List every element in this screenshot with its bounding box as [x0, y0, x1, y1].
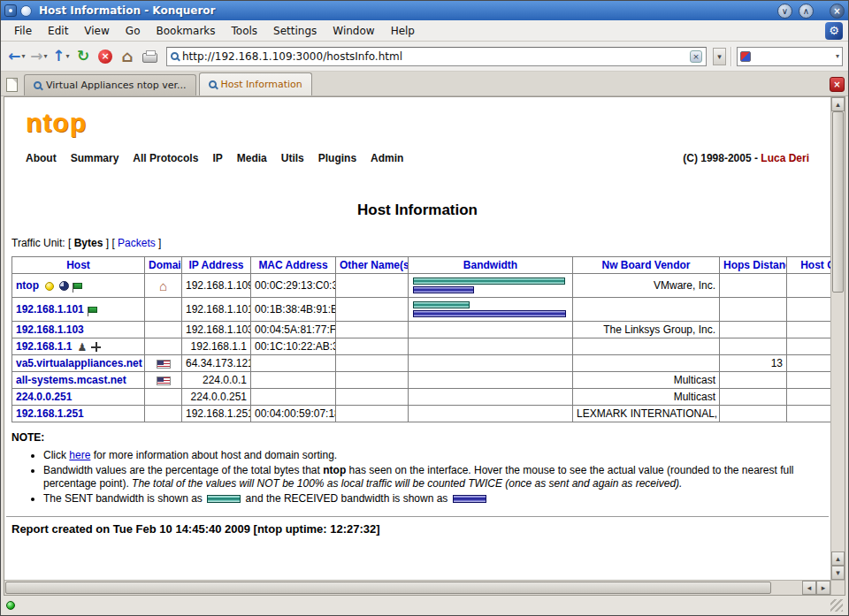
column-header: Hops Distance: [720, 257, 787, 274]
title-bar[interactable]: Host Information - Konqueror ∨ ∧ ×: [1, 1, 848, 20]
host-link[interactable]: 192.168.1.101: [16, 303, 84, 316]
close-tab-button[interactable]: ×: [830, 77, 845, 92]
reload-button[interactable]: ↻: [73, 45, 94, 68]
url-input[interactable]: [182, 50, 686, 63]
traffic-unit-packets[interactable]: Packets: [118, 237, 156, 249]
copyright-text: (C) 1998-2005 - Luca Deri: [683, 152, 809, 164]
scroll-up-button-2[interactable]: ▴: [831, 551, 845, 566]
note-list: Click here for more information about ho…: [43, 449, 822, 506]
menu-item-help[interactable]: Help: [383, 22, 423, 40]
nav-utils[interactable]: Utils: [281, 152, 304, 164]
host-link[interactable]: 224.0.0.251: [16, 391, 72, 403]
table-row: 224.0.0.251224.0.0.251Multicast: [12, 389, 831, 406]
print-button[interactable]: [139, 45, 160, 68]
minimize-button[interactable]: ∨: [777, 4, 792, 19]
table-row: 192.168.1.251192.168.1.25100:04:00:59:07…: [12, 406, 831, 422]
host-link[interactable]: 192.168.1.1: [16, 340, 72, 353]
host-link[interactable]: all-systems.mcast.net: [16, 374, 126, 386]
scroll-right-button[interactable]: ▸: [816, 581, 830, 595]
nav-about[interactable]: About: [26, 152, 57, 164]
table-header-row: HostDomainIP AddressMAC AddressOther Nam…: [12, 257, 831, 274]
menu-bar: FileEditViewGoBookmarksToolsSettingsWind…: [1, 20, 848, 42]
menu-item-view[interactable]: View: [76, 22, 117, 40]
shade-button[interactable]: ∧: [799, 4, 814, 19]
nav-all-protocols[interactable]: All Protocols: [133, 152, 198, 164]
vertical-scroll-track[interactable]: [831, 111, 845, 551]
menu-item-edit[interactable]: Edit: [40, 22, 76, 40]
horizontal-scrollbar[interactable]: ◂ ▸: [4, 580, 845, 595]
host-link[interactable]: 192.168.1.251: [16, 407, 84, 420]
column-header: Nw Board Vendor: [573, 257, 720, 274]
us-flag-icon: [157, 360, 171, 369]
menu-item-file[interactable]: File: [6, 22, 40, 40]
host-link[interactable]: va5.virtualappliances.net: [16, 357, 142, 369]
host-link[interactable]: 192.168.1.103: [16, 323, 84, 336]
search-bar[interactable]: ▾: [737, 47, 843, 66]
tab-1[interactable]: Host Information: [199, 72, 312, 95]
author-link[interactable]: Luca Deri: [761, 152, 809, 164]
tab-label: Host Information: [221, 79, 302, 90]
horizontal-scroll-track[interactable]: [4, 581, 802, 595]
vertical-scrollbar[interactable]: ▴ ▴ ▾: [830, 97, 845, 580]
forward-button[interactable]: → ▾: [28, 45, 50, 68]
tab-strip: Virtual Appliances ntop ver...Host Infor…: [24, 72, 827, 95]
scroll-up-button[interactable]: ▴: [831, 97, 845, 111]
nav-media[interactable]: Media: [237, 152, 267, 164]
traffic-unit-bytes[interactable]: Bytes: [74, 237, 103, 249]
ntop-nav: AboutSummaryAll ProtocolsIPMediaUtilsPlu…: [26, 152, 809, 164]
menu-item-bookmarks[interactable]: Bookmarks: [148, 22, 223, 40]
column-header: Host Contact: [787, 257, 831, 274]
new-tab-icon[interactable]: [6, 78, 18, 92]
back-dropdown-icon[interactable]: ▾: [22, 52, 26, 60]
browser-view: ntop AboutSummaryAll ProtocolsIPMediaUti…: [4, 96, 845, 596]
search-engine-icon[interactable]: [740, 51, 751, 62]
home-button[interactable]: ⌂: [117, 45, 138, 68]
note-link[interactable]: here: [69, 449, 90, 461]
status-bar: [1, 596, 848, 615]
us-flag-icon: [157, 376, 171, 385]
url-favicon: [171, 52, 179, 60]
traffic-unit-label: Traffic Unit:: [11, 237, 65, 249]
menu-item-tools[interactable]: Tools: [224, 22, 266, 40]
table-row: 192.168.1.103192.168.1.10300:04:5A:81:77…: [12, 322, 831, 338]
pie-icon: [59, 281, 69, 291]
nav-summary[interactable]: Summary: [71, 152, 119, 164]
up-dropdown-icon[interactable]: ▾: [66, 52, 70, 60]
back-button[interactable]: ← ▾: [6, 45, 27, 68]
search-dropdown-icon[interactable]: ▾: [836, 52, 839, 60]
window-menu-icon[interactable]: [4, 4, 17, 17]
tab-favicon: [34, 81, 42, 89]
kde-gear-icon[interactable]: ⚙: [825, 22, 843, 40]
table-row: 192.168.1.101192.168.1.10100:1B:38:4B:91…: [12, 298, 831, 322]
nav-links: AboutSummaryAll ProtocolsIPMediaUtilsPlu…: [26, 152, 403, 164]
location-bar[interactable]: ×: [166, 47, 707, 66]
location-dropdown-button[interactable]: ▾: [713, 48, 726, 65]
column-header: Domain: [145, 257, 182, 274]
clear-location-icon[interactable]: ×: [690, 50, 702, 63]
nav-admin[interactable]: Admin: [371, 152, 403, 164]
green-flag-icon: [88, 307, 97, 313]
nav-ip[interactable]: IP: [212, 152, 222, 164]
stop-button[interactable]: ×: [95, 45, 116, 68]
nav-plugins[interactable]: Plugins: [318, 152, 356, 164]
column-header: Host: [12, 257, 145, 274]
forward-dropdown-icon[interactable]: ▾: [44, 52, 48, 60]
scroll-left-button[interactable]: ◂: [802, 581, 816, 595]
copyright-label: (C) 1998-2005 -: [683, 152, 758, 164]
menu-item-window[interactable]: Window: [325, 22, 382, 40]
tab-0[interactable]: Virtual Appliances ntop ver...: [24, 74, 196, 95]
scroll-down-button[interactable]: ▾: [831, 566, 845, 580]
menu-item-go[interactable]: Go: [118, 22, 149, 40]
resize-grip[interactable]: [830, 599, 843, 612]
close-window-button[interactable]: ×: [830, 4, 845, 19]
horizontal-scroll-thumb[interactable]: [5, 582, 771, 594]
menu-item-settings[interactable]: Settings: [265, 22, 325, 40]
sent-bandwidth-bar: [413, 278, 565, 285]
vertical-scroll-thumb[interactable]: [832, 111, 844, 293]
forward-icon: →: [30, 49, 42, 64]
host-link[interactable]: ntop: [16, 279, 39, 292]
reload-icon: ↻: [77, 49, 89, 64]
table-row: all-systems.mcast.net224.0.0.1Multicast: [12, 372, 831, 389]
page-content: ntop AboutSummaryAll ProtocolsIPMediaUti…: [4, 97, 830, 580]
up-button[interactable]: ↑ ▾: [50, 45, 72, 68]
